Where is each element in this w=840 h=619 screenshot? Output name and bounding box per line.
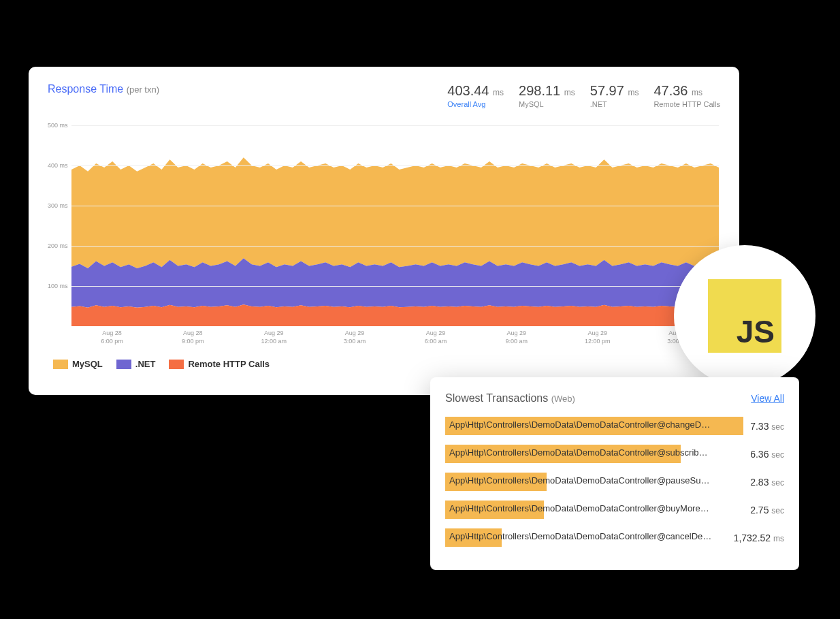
stat-value: 403.44 ms xyxy=(447,83,504,99)
chart-svg xyxy=(48,122,720,326)
stat-item: 47.36 ms Remote HTTP Calls xyxy=(653,83,720,108)
x-axis-label: Aug 299:00 am xyxy=(506,330,528,345)
chart-header: Response Time (per txn) 403.44 ms Overal… xyxy=(48,83,720,108)
transactions-title: Slowest Transactions (Web) xyxy=(445,392,575,404)
stat-unit: ms xyxy=(628,88,639,97)
transactions-list: App\Http\Controllers\DemoData\DemoDataCo… xyxy=(445,417,784,547)
legend-swatch xyxy=(116,360,131,369)
js-logo: JS xyxy=(708,279,781,353)
transaction-name: App\Http\Controllers\DemoData\DemoDataCo… xyxy=(445,528,715,544)
chart-title: Response Time (per txn) xyxy=(48,83,159,95)
legend-item[interactable]: Remote HTTP Calls xyxy=(169,359,270,369)
transaction-name-wrap: App\Http\Controllers\DemoData\DemoDataCo… xyxy=(445,417,743,435)
transaction-name: App\Http\Controllers\DemoData\DemoDataCo… xyxy=(445,501,713,516)
transaction-name-wrap: App\Http\Controllers\DemoData\DemoDataCo… xyxy=(445,501,743,519)
view-all-link[interactable]: View All xyxy=(751,393,784,404)
x-axis-label: Aug 296:00 am xyxy=(425,330,447,345)
y-axis-label: 300 ms xyxy=(48,202,68,209)
transaction-name: App\Http\Controllers\DemoData\DemoDataCo… xyxy=(445,417,714,432)
transaction-row[interactable]: App\Http\Controllers\DemoData\DemoDataCo… xyxy=(445,445,784,463)
legend-item[interactable]: .NET xyxy=(116,359,156,369)
transaction-name: App\Http\Controllers\DemoData\DemoDataCo… xyxy=(445,445,712,460)
transaction-time: 2.83 sec xyxy=(750,477,784,488)
js-logo-badge: JS xyxy=(674,245,815,387)
transaction-row[interactable]: App\Http\Controllers\DemoData\DemoDataCo… xyxy=(445,501,784,519)
y-axis-label: 200 ms xyxy=(48,242,68,249)
transaction-row[interactable]: App\Http\Controllers\DemoData\DemoDataCo… xyxy=(445,473,784,491)
transaction-time: 7.33 sec xyxy=(750,421,784,432)
legend-item[interactable]: MySQL xyxy=(53,359,103,369)
transaction-name-wrap: App\Http\Controllers\DemoData\DemoDataCo… xyxy=(445,445,743,463)
x-axis-label: Aug 293:00 am xyxy=(344,330,366,345)
y-axis-label: 400 ms xyxy=(48,162,68,169)
transaction-time: 6.36 sec xyxy=(750,449,784,460)
legend-label: Remote HTTP Calls xyxy=(188,359,270,369)
stat-label: MySQL xyxy=(519,100,575,108)
transaction-unit: ms xyxy=(773,534,784,543)
stat-unit: ms xyxy=(692,88,702,97)
stat-item: 57.97 ms .NET xyxy=(590,83,639,108)
stats-row: 403.44 ms Overall Avg 298.11 ms MySQL 57… xyxy=(447,83,720,108)
stat-unit: ms xyxy=(564,88,575,97)
slowest-transactions-card: Slowest Transactions (Web) View All App\… xyxy=(430,377,799,570)
transaction-row[interactable]: App\Http\Controllers\DemoData\DemoDataCo… xyxy=(445,417,784,435)
transaction-row[interactable]: App\Http\Controllers\DemoData\DemoDataCo… xyxy=(445,528,784,547)
area-chart: 500 ms400 ms300 ms200 ms100 msAug 286:00… xyxy=(48,122,720,347)
stat-unit: ms xyxy=(493,88,504,97)
transaction-time: 2.75 sec xyxy=(750,505,784,515)
y-axis-label: 500 ms xyxy=(48,122,68,129)
x-axis-label: Aug 289:00 pm xyxy=(182,330,204,345)
stat-label: .NET xyxy=(590,100,639,108)
transaction-name: App\Http\Controllers\DemoData\DemoDataCo… xyxy=(445,473,713,488)
stat-label: Remote HTTP Calls xyxy=(653,100,720,108)
tx-title-main: Slowest Transactions xyxy=(445,392,548,404)
response-time-card: Response Time (per txn) 403.44 ms Overal… xyxy=(29,67,739,395)
legend-label: .NET xyxy=(135,359,156,369)
transaction-name-wrap: App\Http\Controllers\DemoData\DemoDataCo… xyxy=(445,528,727,547)
stat-value: 298.11 ms xyxy=(519,83,575,99)
stat-item: 298.11 ms MySQL xyxy=(519,83,575,108)
transaction-unit: sec xyxy=(771,506,784,515)
x-axis-label: Aug 286:00 pm xyxy=(101,330,123,345)
transaction-unit: sec xyxy=(771,478,784,488)
stat-label: Overall Avg xyxy=(447,100,504,108)
legend-swatch xyxy=(53,360,68,369)
y-axis-label: 100 ms xyxy=(48,283,68,289)
chart-legend: MySQL .NET Remote HTTP Calls xyxy=(48,359,720,369)
transactions-header: Slowest Transactions (Web) View All xyxy=(445,392,784,404)
transaction-unit: sec xyxy=(771,422,784,432)
transaction-unit: sec xyxy=(771,450,784,460)
x-axis-label: Aug 2912:00 pm xyxy=(585,330,611,345)
legend-swatch xyxy=(169,360,184,369)
x-axis-label: Aug 2912:00 am xyxy=(261,330,287,345)
stat-item: 403.44 ms Overall Avg xyxy=(447,83,504,108)
chart-title-sub: (per txn) xyxy=(127,84,159,95)
js-logo-text: JS xyxy=(737,316,775,347)
stat-value: 47.36 ms xyxy=(653,83,720,99)
legend-label: MySQL xyxy=(72,359,103,369)
tx-title-sub: (Web) xyxy=(551,394,575,404)
stat-value: 57.97 ms xyxy=(590,83,639,99)
transaction-name-wrap: App\Http\Controllers\DemoData\DemoDataCo… xyxy=(445,473,743,491)
chart-title-main: Response Time xyxy=(48,83,123,95)
transaction-time: 1,732.52 ms xyxy=(734,533,784,543)
